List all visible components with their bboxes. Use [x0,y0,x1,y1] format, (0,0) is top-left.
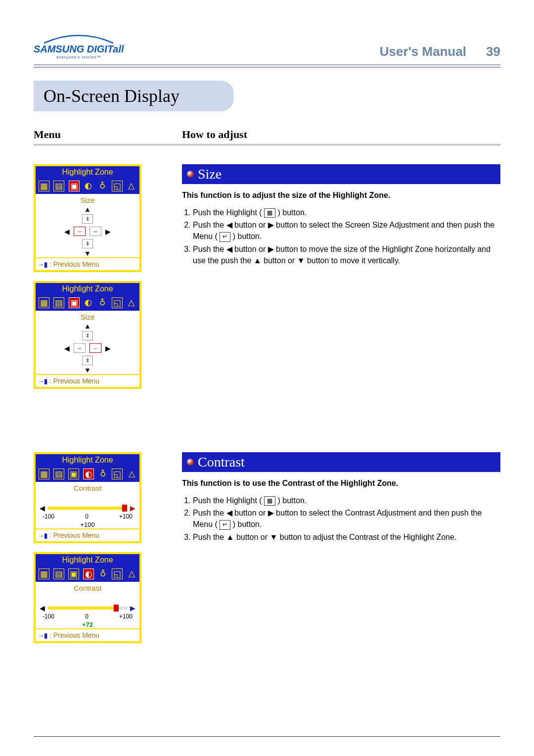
osd-title: Highlight Zone [36,554,139,566]
osd-icon-6: ◱ [112,568,123,579]
menu-contrast-screens: Highlight Zone ▦ ▤ ▣ ◐ ♁ ◱ △ Contrast ◀ [34,452,182,652]
osd-title: Highlight Zone [36,454,139,466]
osd-icon-2: ▤ [53,469,64,479]
osd-icon-contrast: ◐ [84,181,93,190]
size-intro: This function is to adjust the size of t… [182,191,500,200]
manual-title: User's Manual [380,44,466,59]
scale-min: -100 [43,613,54,620]
osd-item-name: Size [38,313,137,321]
scale-max: +100 [119,513,133,520]
header-rule-2 [34,67,500,68]
up-arrow-icon: ▲ [84,322,91,330]
contrast-value: +100 [38,521,137,528]
osd-title: Highlight Zone [36,283,139,295]
bullet-icon [187,171,194,178]
txt: ) button. [233,232,262,240]
osd-icon-5: ♁ [97,181,107,190]
topic-size-heading: Size [198,166,222,182]
page-header: SAMSUNG DIGITall everyone's invited™ Use… [34,35,500,59]
txt: Push the Highlight ( [193,208,262,217]
osd-footer: →▮ : Previous Menu [36,257,139,270]
logo-tagline: everyone's invited™ [56,55,101,59]
osd-icon-contrast: ◐ [83,469,94,479]
contrast-step-1: Push the Highlight ( ▦ ) button. [193,495,500,506]
osd-body: Contrast ◀ ▶ -100 0 +100 +72 [36,582,139,628]
menu-size-screens: Highlight Zone ▦ ▤ ▣ ◐ ♁ ◱ △ Size ▲ ⇕ [34,164,182,398]
osd-icon-7: △ [127,469,136,478]
row-contrast: Highlight Zone ▦ ▤ ▣ ◐ ♁ ◱ △ Contrast ◀ [34,452,500,652]
osd-icon-5: ♁ [98,568,108,578]
osd-icon-row: ▦ ▤ ▣ ◐ ♁ ◱ △ [36,466,139,482]
size-step-1: Push the Highlight ( ▦ ) button. [193,207,500,218]
txt: ) button. [233,520,262,528]
down-arrow-icon: ▼ [84,366,91,374]
prev-menu-label: : Previous Menu [49,260,99,268]
osd-icon-7: △ [127,181,136,190]
osd-body: Contrast ◀ ▶ -100 0 +100 +100 [36,482,139,528]
osd-icon-1: ▦ [39,469,49,479]
osd-icon-2: ▤ [53,297,64,308]
page-number: 39 [466,44,500,59]
size-steps: Push the Highlight ( ▦ ) button. Push th… [182,207,500,266]
scale-mid: 0 [85,613,89,620]
header-rule-1 [34,64,500,65]
osd-icon-7: △ [127,568,136,578]
prev-menu-label: : Previous Menu [49,631,99,639]
osd-contrast-1: Highlight Zone ▦ ▤ ▣ ◐ ♁ ◱ △ Contrast ◀ [34,452,141,543]
osd-icon-6: ◱ [112,181,123,191]
contrast-intro: This function is to use the Contrast of … [182,479,500,488]
h-size-icon-2: ↔ [89,227,101,236]
osd-icon-size: ▣ [69,181,80,191]
osd-body: Size ▲ ⇕ ◀ ↔ ↔ ▶ ⇕ ▼ [36,194,139,257]
osd-size-1: Highlight Zone ▦ ▤ ▣ ◐ ♁ ◱ △ Size ▲ ⇕ [34,164,141,272]
contrast-steps: Push the Highlight ( ▦ ) button. Push th… [182,495,500,543]
osd-icon-1: ▦ [39,181,49,191]
osd-item-name: Contrast [38,484,137,492]
contrast-value: +72 [82,621,93,628]
osd-icon-5: ♁ [98,469,108,478]
osd-icon-contrast: ◐ [83,568,94,579]
brand-logo: SAMSUNG DIGITall everyone's invited™ [34,35,124,59]
osd-icon-row: ▦ ▤ ▣ ◐ ♁ ◱ △ [36,295,139,311]
right-arrow-icon: ▶ [105,344,111,352]
osd-footer: →▮ : Previous Menu [36,628,139,641]
osd-icon-7: △ [127,297,136,307]
osd-item-name: Contrast [38,584,137,592]
columns-header: Menu How to adjust [34,128,500,145]
topic-size-bar: Size [182,164,500,184]
menu-button-icon: ↵ [220,520,230,529]
how-contrast: Contrast This function is to use the Con… [182,452,500,652]
scale-mid: 0 [85,513,89,520]
topic-contrast-heading: Contrast [198,454,245,470]
h-size-icon-2: ↔ [89,343,101,353]
left-arrow-icon: ◀ [64,228,70,236]
prev-menu-label: : Previous Menu [49,531,99,539]
header-right: User's Manual 39 [380,44,500,59]
exit-icon: →▮ [38,532,47,539]
osd-icon-contrast: ◐ [84,297,93,307]
scale-row: -100 0 +100 [38,512,137,521]
manual-page: SAMSUNG DIGITall everyone's invited™ Use… [0,0,534,756]
osd-icon-6: ◱ [112,297,123,308]
contrast-slider: ◀ ▶ [38,504,137,512]
topic-contrast-bar: Contrast [182,452,500,472]
exit-icon: →▮ [38,261,47,268]
right-arrow-icon: ▶ [130,604,135,612]
osd-body: Size ▲ ⇕ ◀ ↔ ↔ ▶ ⇕ ▼ [36,311,139,374]
osd-title: Highlight Zone [36,166,139,178]
left-arrow-icon: ◀ [40,604,45,612]
scale-row: -100 0 +100 [38,612,137,621]
osd-icon-row: ▦ ▤ ▣ ◐ ♁ ◱ △ [36,566,139,582]
osd-icon-1: ▦ [39,297,49,308]
v-size-icon-2: ⇕ [82,239,93,248]
h-size-icon: ↔ [74,227,86,236]
osd-icon-5: ♁ [97,297,107,307]
down-arrow-icon: ▼ [84,249,91,257]
row-size: Highlight Zone ▦ ▤ ▣ ◐ ♁ ◱ △ Size ▲ ⇕ [34,164,500,398]
osd-icon-6: ◱ [112,469,123,479]
contrast-slider: ◀ ▶ [38,604,137,612]
col-how-heading: How to adjust [182,128,247,141]
osd-icon-size: ▣ [68,469,79,479]
right-arrow-icon: ▶ [105,228,111,236]
h-size-icon: ↔ [74,343,86,353]
